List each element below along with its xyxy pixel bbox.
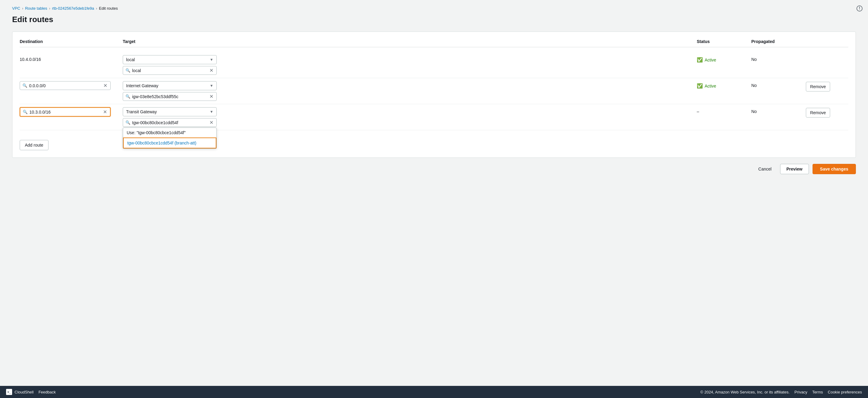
status-cell-3: – bbox=[697, 107, 751, 114]
action-cell-1 bbox=[806, 55, 848, 56]
breadcrumb-sep3: › bbox=[96, 6, 97, 10]
target-search-input-1[interactable] bbox=[132, 68, 209, 73]
dropdown-arrow-1: ▼ bbox=[210, 58, 213, 62]
propagated-value-2: No bbox=[751, 81, 806, 88]
target-select-value-3: Transit Gateway bbox=[126, 109, 157, 114]
search-icon-1: 🔍 bbox=[125, 68, 130, 73]
dest-search-icon-3: 🔍 bbox=[23, 110, 28, 114]
breadcrumb-vpc[interactable]: VPC bbox=[12, 6, 20, 10]
target-search-input-3[interactable] bbox=[132, 120, 209, 125]
propagated-value-3: No bbox=[751, 107, 806, 114]
target-search-wrapper-1: 🔍 ✕ bbox=[123, 66, 217, 75]
target-select-2[interactable]: Internet Gateway ▼ bbox=[123, 81, 217, 90]
clear-dest-2[interactable]: ✕ bbox=[103, 83, 108, 89]
footer-terms[interactable]: Terms bbox=[812, 390, 823, 394]
table-row: 🔍 ✕ Transit Gateway ▼ 🔍 ✕ Use: "tgw-00b bbox=[20, 104, 848, 130]
table-header: Destination Target Status Propagated bbox=[20, 39, 848, 47]
target-search-wrapper-2: 🔍 ✕ bbox=[123, 92, 217, 101]
destination-input-wrapper-3: 🔍 ✕ bbox=[20, 107, 123, 117]
search-icon-3: 🔍 bbox=[125, 120, 130, 125]
col-target: Target bbox=[123, 39, 697, 44]
destination-value-1: 10.4.0.0/16 bbox=[20, 55, 123, 62]
settings-icon[interactable] bbox=[856, 5, 863, 12]
col-propagated: Propagated bbox=[751, 39, 806, 44]
status-value-1: Active bbox=[705, 58, 716, 62]
table-row: 10.4.0.0/16 local ▼ 🔍 ✕ ✅ Active No bbox=[20, 52, 848, 78]
action-cell-3[interactable]: Remove bbox=[806, 107, 848, 118]
dropdown-arrow-2: ▼ bbox=[210, 84, 213, 88]
save-changes-button[interactable]: Save changes bbox=[812, 164, 856, 174]
page-title: Edit routes bbox=[12, 15, 856, 24]
target-select-1[interactable]: local ▼ bbox=[123, 55, 217, 64]
destination-field-2: 🔍 ✕ bbox=[20, 81, 111, 90]
table-row: 🔍 ✕ Internet Gateway ▼ 🔍 ✕ ✅ Active bbox=[20, 78, 848, 104]
tgw-dropdown-menu: Use: "tgw-00bc80cbce1cdd54f" tgw-00bc80c… bbox=[123, 128, 217, 149]
target-cell-2: Internet Gateway ▼ 🔍 ✕ bbox=[123, 81, 697, 101]
target-cell-3: Transit Gateway ▼ 🔍 ✕ Use: "tgw-00bc80cb… bbox=[123, 107, 697, 127]
col-status: Status bbox=[697, 39, 751, 44]
feedback-button[interactable]: Feedback bbox=[38, 390, 56, 394]
cancel-button[interactable]: Cancel bbox=[753, 164, 776, 174]
routes-card: Destination Target Status Propagated 10.… bbox=[12, 32, 856, 158]
target-select-value-2: Internet Gateway bbox=[126, 83, 158, 88]
breadcrumb-current: Edit routes bbox=[99, 6, 118, 10]
clear-search-2[interactable]: ✕ bbox=[209, 94, 214, 99]
target-search-wrapper-3: 🔍 ✕ bbox=[123, 118, 217, 127]
footer-privacy[interactable]: Privacy bbox=[794, 390, 807, 394]
action-cell-2[interactable]: Remove bbox=[806, 81, 848, 92]
breadcrumb-sep1: › bbox=[22, 6, 23, 10]
cloudshell-label: CloudShell bbox=[14, 390, 34, 394]
destination-input-wrapper-2: 🔍 ✕ bbox=[20, 81, 123, 90]
add-route-button[interactable]: Add route bbox=[20, 140, 49, 150]
footer-left: >_ CloudShell Feedback bbox=[6, 389, 56, 395]
target-select-value-1: local bbox=[126, 57, 135, 62]
dropdown-use-item[interactable]: Use: "tgw-00bc80cbce1cdd54f" bbox=[123, 128, 216, 137]
breadcrumb: VPC › Route tables › rtb-0242567e5deb1fe… bbox=[12, 6, 856, 10]
remove-button-2[interactable]: Remove bbox=[806, 82, 830, 92]
dropdown-tgw-item[interactable]: tgw-00bc80cbce1cdd54f (branch-att) bbox=[123, 137, 216, 148]
status-check-icon-2: ✅ bbox=[697, 83, 703, 89]
dest-search-icon-2: 🔍 bbox=[23, 83, 27, 88]
cloudshell-icon: >_ bbox=[6, 389, 12, 395]
search-icon-2: 🔍 bbox=[125, 94, 130, 99]
status-cell-1: ✅ Active bbox=[697, 55, 751, 63]
footer-cookie[interactable]: Cookie preferences bbox=[828, 390, 862, 394]
status-cell-2: ✅ Active bbox=[697, 81, 751, 89]
propagated-value-1: No bbox=[751, 55, 806, 62]
destination-field-3: 🔍 ✕ bbox=[20, 107, 111, 117]
clear-search-1[interactable]: ✕ bbox=[209, 68, 214, 73]
status-value-2: Active bbox=[705, 84, 716, 89]
footer-copyright: © 2024, Amazon Web Services, Inc. or its… bbox=[701, 390, 790, 394]
status-check-icon-1: ✅ bbox=[697, 57, 703, 63]
destination-input-3[interactable] bbox=[29, 110, 102, 114]
cloudshell-button[interactable]: >_ CloudShell bbox=[6, 389, 34, 395]
target-cell-1: local ▼ 🔍 ✕ bbox=[123, 55, 697, 75]
breadcrumb-rtb-id[interactable]: rtb-0242567e5deb1fe9a bbox=[52, 6, 94, 10]
target-select-3[interactable]: Transit Gateway ▼ bbox=[123, 107, 217, 116]
remove-button-3[interactable]: Remove bbox=[806, 108, 830, 118]
dropdown-arrow-3: ▼ bbox=[210, 110, 213, 114]
breadcrumb-route-tables[interactable]: Route tables bbox=[25, 6, 47, 10]
preview-button[interactable]: Preview bbox=[780, 164, 809, 174]
breadcrumb-sep2: › bbox=[49, 6, 50, 10]
footer-right: © 2024, Amazon Web Services, Inc. or its… bbox=[701, 390, 862, 394]
footer-bar: >_ CloudShell Feedback © 2024, Amazon We… bbox=[0, 386, 868, 398]
destination-input-2[interactable] bbox=[29, 83, 103, 88]
target-search-input-2[interactable] bbox=[132, 94, 209, 99]
clear-dest-3[interactable]: ✕ bbox=[102, 109, 107, 115]
clear-search-3[interactable]: ✕ bbox=[209, 120, 214, 125]
col-actions bbox=[806, 39, 848, 44]
col-destination: Destination bbox=[20, 39, 123, 44]
footer-actions: Cancel Preview Save changes bbox=[12, 164, 856, 174]
